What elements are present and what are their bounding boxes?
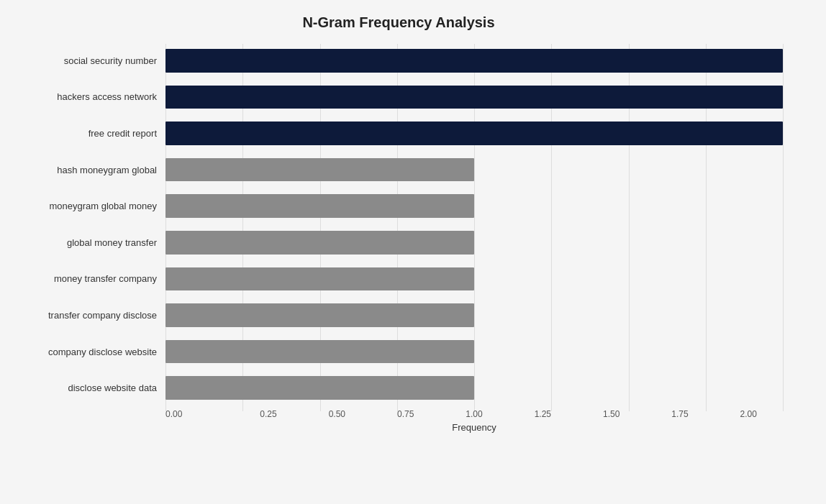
bar-track: [165, 298, 783, 332]
x-tick: 0.75: [371, 409, 440, 419]
bar-label: global money transfer: [14, 237, 165, 248]
bar-label: hackers access network: [14, 91, 165, 102]
bar-label: social security number: [14, 55, 165, 66]
chart-title: N-Gram Frequency Analysis: [14, 14, 783, 31]
bar-track: [165, 189, 783, 223]
bar: [165, 86, 783, 109]
bar-track: [165, 81, 783, 114]
bar: [165, 49, 783, 73]
bars-area: social security numberhackers access net…: [14, 44, 783, 405]
bar: [165, 231, 474, 255]
x-tick: 1.75: [645, 409, 714, 419]
bar-track: [165, 371, 783, 405]
x-tick: 1.00: [440, 409, 508, 419]
bar-row: money transfer company: [14, 262, 783, 296]
bar-track: [165, 226, 783, 260]
bar-row: free credit report: [14, 116, 783, 150]
bar-track: [165, 153, 783, 187]
bar-label: moneygram global money: [14, 201, 165, 211]
bar: [165, 122, 783, 145]
chart-area: social security numberhackers access net…: [14, 44, 783, 433]
x-axis-label: Frequency: [165, 422, 783, 433]
bar-label: disclose website data: [14, 382, 165, 393]
bar-label: free credit report: [14, 128, 165, 139]
x-tick: 2.00: [714, 409, 783, 419]
bar-row: social security number: [14, 44, 783, 78]
bar: [165, 194, 474, 218]
bar: [165, 340, 474, 364]
bar-track: [165, 262, 783, 296]
chart-container: N-Gram Frequency Analysis social securit…: [0, 0, 826, 504]
bar-track: [165, 44, 783, 78]
x-tick: 0.00: [165, 409, 234, 419]
bar-label: transfer company disclose: [14, 310, 165, 321]
bar: [165, 158, 474, 182]
bar: [165, 376, 474, 400]
bar-row: transfer company disclose: [14, 298, 783, 332]
bar-row: disclose website data: [14, 371, 783, 405]
bar-track: [165, 116, 783, 150]
bar-label: company disclose website: [14, 347, 165, 357]
bar-row: moneygram global money: [14, 189, 783, 223]
bar: [165, 267, 474, 291]
bar-row: hackers access network: [14, 81, 783, 114]
bar-row: global money transfer: [14, 226, 783, 260]
bar-track: [165, 335, 783, 369]
x-tick: 1.50: [577, 409, 645, 419]
grid-line: [783, 44, 784, 411]
x-tick: 0.50: [303, 409, 371, 419]
x-axis: 0.000.250.500.751.001.251.501.752.00: [165, 409, 783, 419]
x-tick: 0.25: [234, 409, 302, 419]
bar-label: money transfer company: [14, 273, 165, 284]
x-tick: 1.25: [509, 409, 577, 419]
bar-row: hash moneygram global: [14, 153, 783, 187]
bar-label: hash moneygram global: [14, 165, 165, 175]
bar-row: company disclose website: [14, 335, 783, 369]
bar: [165, 303, 474, 327]
